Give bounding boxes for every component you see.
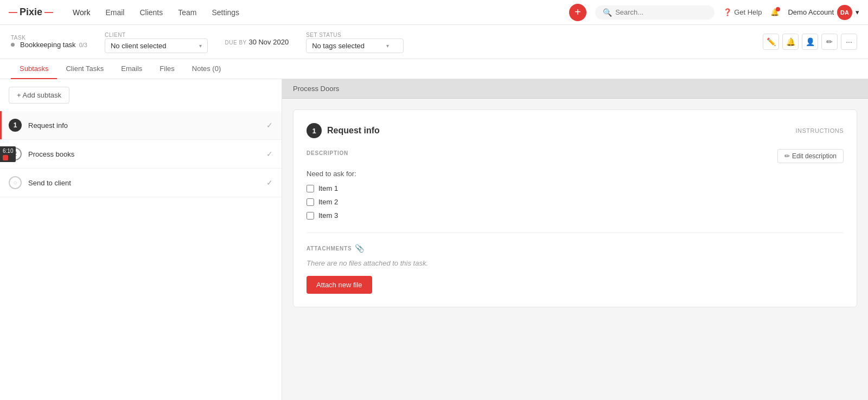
task-name: Bookkeeping task: [20, 41, 76, 49]
bell-action-btn[interactable]: 🔔: [782, 34, 799, 50]
tabs: Subtasks Client Tasks Emails Files Notes…: [0, 59, 868, 79]
checklist-label-3[interactable]: Item 3: [318, 211, 338, 220]
logo: — Pixie —: [9, 7, 53, 18]
process-doors-bar: Process Doors: [282, 79, 868, 99]
subtask-check-1: ✓: [266, 121, 273, 130]
tab-emails[interactable]: Emails: [112, 59, 151, 79]
subtask-check-3: ✓: [266, 178, 273, 187]
account-button[interactable]: Demo Account DA ▾: [788, 5, 859, 20]
subtask-name-1: Request info: [28, 121, 266, 130]
task-label: TASK: [11, 35, 87, 41]
add-subtask-button[interactable]: + Add subtask: [9, 87, 69, 104]
task-actions: ✏️ 🔔 👤 ✏ ···: [763, 34, 857, 50]
add-button[interactable]: +: [569, 4, 586, 21]
client-value: No client selected: [111, 42, 167, 50]
help-label: Get Help: [734, 8, 762, 16]
more-action-btn[interactable]: ···: [841, 34, 857, 50]
attach-new-file-button[interactable]: Attach new file: [307, 276, 372, 294]
checkbox-item1[interactable]: [307, 185, 314, 192]
recording-badge: 6:10: [0, 146, 16, 162]
subtask-name-3: Send to client: [28, 179, 266, 187]
detail-card-header: 1 Request info INSTRUCTIONS: [307, 123, 844, 138]
right-panel: Process Doors 1 Request info INSTRUCTION…: [282, 79, 868, 400]
help-button[interactable]: ❓ Get Help: [723, 8, 762, 16]
client-label: CLIENT: [105, 32, 126, 38]
client-section: CLIENT No client selected ▾: [105, 30, 208, 53]
task-progress: 0/3: [79, 42, 87, 48]
attachments-section: ATTACHMENTS 📎 There are no files attache…: [307, 244, 844, 294]
avatar: DA: [837, 5, 852, 20]
task-header: TASK Bookkeeping task 0/3 CLIENT No clie…: [0, 25, 868, 59]
status-value: No tags selected: [312, 42, 365, 50]
checklist-label-2[interactable]: Item 2: [318, 198, 338, 206]
subtask-item-1[interactable]: 1 Request info ✓: [0, 111, 282, 140]
status-chevron: ▾: [386, 43, 389, 49]
top-nav: — Pixie — Work Email Clients Team Settin…: [0, 0, 868, 25]
pencil-action-btn[interactable]: ✏: [821, 34, 838, 50]
paperclip-icon: 📎: [355, 244, 364, 253]
attachments-header: ATTACHMENTS 📎: [307, 244, 844, 253]
main-content: + Add subtask 1 Request info ✓ 2 Process…: [0, 79, 868, 400]
attachments-label: ATTACHMENTS: [307, 246, 352, 251]
detail-panel: 1 Request info INSTRUCTIONS DESCRIPTION …: [282, 99, 868, 400]
nav-work[interactable]: Work: [66, 5, 97, 20]
search-input[interactable]: [615, 8, 707, 16]
recording-time: 6:10: [3, 148, 13, 154]
account-name: Demo Account: [788, 8, 834, 16]
no-files-text: There are no files attached to this task…: [307, 259, 844, 267]
instructions-label: INSTRUCTIONS: [796, 127, 844, 134]
edit-desc-label: Edit description: [792, 152, 837, 160]
subtask-num-3: ○: [9, 176, 22, 189]
tab-subtasks[interactable]: Subtasks: [11, 59, 57, 79]
checklist-item-3: Item 3: [307, 211, 844, 220]
nav-team[interactable]: Team: [171, 5, 203, 20]
recording-dot: [3, 155, 8, 160]
nav-email[interactable]: Email: [99, 5, 131, 20]
search-icon: 🔍: [603, 8, 612, 17]
subtask-check-2: ✓: [266, 150, 273, 158]
status-section: SET STATUS No tags selected ▾: [306, 30, 404, 53]
edit-description-button[interactable]: ✏ Edit description: [777, 149, 844, 163]
notifications-button[interactable]: 🔔: [770, 8, 779, 16]
notification-dot: [776, 7, 780, 11]
nav-right: + 🔍 ❓ Get Help 🔔 Demo Account DA ▾: [569, 4, 859, 21]
checkbox-item2[interactable]: [307, 198, 314, 206]
subtask-list: 1 Request info ✓ 2 Process books ✓ ○ Sen…: [0, 111, 282, 400]
due-date: 30 Nov 2020: [248, 38, 289, 46]
checklist-item-1: Item 1: [307, 184, 844, 192]
subtask-num-1: 1: [9, 119, 22, 132]
detail-subtask-num: 1: [307, 123, 322, 138]
sidebar: + Add subtask 1 Request info ✓ 2 Process…: [0, 79, 282, 400]
subtask-item-3[interactable]: ○ Send to client ✓: [0, 169, 282, 197]
tab-files[interactable]: Files: [151, 59, 183, 79]
task-name-section: TASK Bookkeeping task 0/3: [11, 35, 87, 49]
tab-notes[interactable]: Notes (0): [183, 59, 229, 79]
search-box[interactable]: 🔍: [595, 5, 714, 20]
share-action-btn[interactable]: 👤: [802, 34, 818, 50]
description-section: DESCRIPTION ✏ Edit description Need to a…: [307, 149, 844, 220]
detail-title: 1 Request info: [307, 123, 380, 138]
client-select[interactable]: No client selected ▾: [105, 38, 208, 53]
subtask-item-2[interactable]: 2 Process books ✓: [0, 140, 282, 169]
progress-dot: [11, 43, 15, 47]
client-chevron: ▾: [199, 43, 202, 49]
status-select[interactable]: No tags selected ▾: [306, 38, 404, 53]
checkbox-item3[interactable]: [307, 212, 314, 220]
status-label: SET STATUS: [306, 32, 341, 38]
detail-subtask-title: Request info: [327, 126, 380, 136]
pencil-icon: ✏: [784, 152, 790, 160]
divider: [307, 233, 844, 233]
tab-client-tasks[interactable]: Client Tasks: [57, 59, 112, 79]
description-text: Need to ask for:: [307, 170, 844, 178]
due-section: DUE BY 30 Nov 2020: [225, 38, 289, 46]
help-icon: ❓: [723, 8, 732, 16]
description-label: DESCRIPTION: [307, 150, 348, 156]
nav-settings[interactable]: Settings: [206, 5, 246, 20]
nav-clients[interactable]: Clients: [133, 5, 169, 20]
edit-icon-btn[interactable]: ✏️: [763, 34, 779, 50]
nav-links: Work Email Clients Team Settings: [66, 5, 569, 20]
logo-dash2: —: [44, 8, 53, 17]
checklist-label-1[interactable]: Item 1: [318, 184, 338, 192]
logo-name: Pixie: [20, 7, 42, 18]
due-label: DUE BY: [225, 40, 247, 46]
